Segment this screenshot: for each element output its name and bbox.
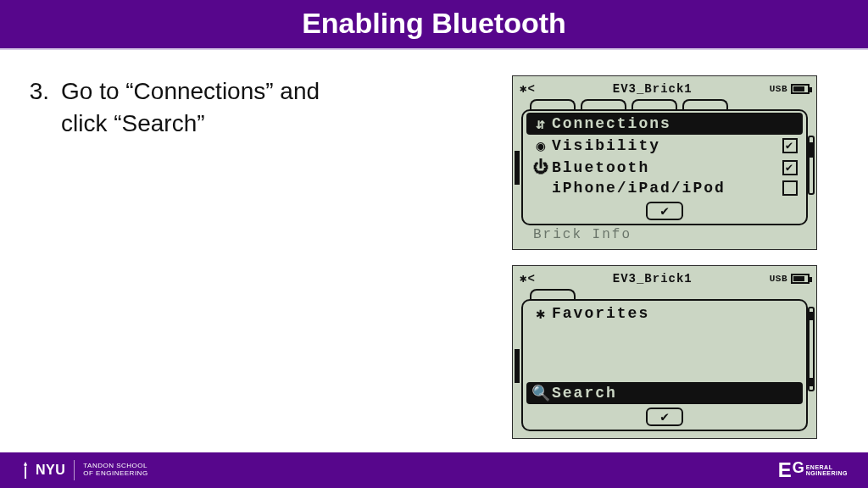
nyu-logo-block: NYU TANDON SCHOOL OF ENGINEERING <box>20 460 148 480</box>
menu-panel: ⇵ Connections ◉ Visibility ✔ ⏻ Bluetooth… <box>521 109 808 225</box>
eg-logo: E G ENERAL NGINEERING <box>778 458 848 482</box>
ok-button[interactable]: ✔ <box>646 408 683 426</box>
divider <box>74 460 75 480</box>
menu-item-iphone[interactable]: iPhone/iPad/iPod <box>526 178 803 198</box>
nyu-school-line2: OF ENGINEERING <box>83 470 147 478</box>
checkbox-checked[interactable]: ✔ <box>782 160 798 175</box>
menu-label: Visibility <box>552 137 782 154</box>
menu-item-favorites[interactable]: ✱ Favorites <box>526 302 803 324</box>
ok-button[interactable]: ✔ <box>646 202 683 220</box>
menu-item-connections[interactable]: ⇵ Connections <box>526 113 803 135</box>
menu-label: Bluetooth <box>552 159 782 176</box>
menu-panel: ✱ Favorites 🔍 Search ✔ <box>521 299 808 431</box>
confirm-row: ✔ <box>526 404 803 426</box>
menu-label: Connections <box>552 115 798 132</box>
step-item: 3. Go to “Connections” and click “Search… <box>25 75 495 140</box>
network-icon: ⇵ <box>531 114 552 133</box>
obscured-menu-item: Brick Info <box>518 227 811 242</box>
ev3-screen-connections: ✱< EV3_Brick1 USB ⇵ Connections <box>512 75 817 250</box>
eg-line1: ENERAL <box>806 464 848 470</box>
side-marker-left <box>515 151 520 185</box>
instruction-column: 3. Go to “Connections” and click “Search… <box>25 75 512 444</box>
ev3-screen-search: ✱< EV3_Brick1 USB ✱ Favorites <box>512 265 817 439</box>
menu-label: Favorites <box>552 305 798 322</box>
menu-item-bluetooth[interactable]: ⏻ Bluetooth ✔ <box>526 157 803 178</box>
checkbox-checked[interactable]: ✔ <box>782 138 798 153</box>
slide: Enabling Bluetooth 3. Go to “Connections… <box>0 0 868 488</box>
battery-icon <box>791 274 810 284</box>
battery-icon <box>791 84 810 94</box>
screenshot-column: ✱< EV3_Brick1 USB ⇵ Connections <box>512 75 851 444</box>
bluetooth-status-icon: ✱< <box>520 81 536 96</box>
eg-subtitle: ENERAL NGINEERING <box>806 464 848 476</box>
usb-label: USB <box>770 274 787 284</box>
nyu-school: TANDON SCHOOL OF ENGINEERING <box>83 463 147 478</box>
nyu-text: NYU <box>36 463 65 478</box>
favorites-list-empty <box>526 324 803 382</box>
checkbox-unchecked[interactable] <box>782 180 798 196</box>
device-name: EV3_Brick1 <box>536 82 770 96</box>
scrollbar <box>808 307 815 391</box>
device-name: EV3_Brick1 <box>536 272 770 286</box>
eye-icon: ◉ <box>531 136 552 155</box>
bluetooth-status-icon: ✱< <box>520 271 536 286</box>
status-bar: ✱< EV3_Brick1 USB <box>518 81 811 99</box>
scrollbar <box>808 136 815 195</box>
confirm-row: ✔ <box>526 198 803 220</box>
slide-body: 3. Go to “Connections” and click “Search… <box>0 50 868 452</box>
power-icon: ⏻ <box>531 158 552 176</box>
side-marker-left <box>515 349 520 383</box>
nyu-logo: NYU <box>20 462 65 479</box>
footer-bar: NYU TANDON SCHOOL OF ENGINEERING E G ENE… <box>0 452 868 488</box>
eg-line2: NGINEERING <box>806 470 848 476</box>
search-icon: 🔍 <box>531 384 552 402</box>
bluetooth-icon: ✱ <box>531 304 552 323</box>
slide-title: Enabling Bluetooth <box>0 0 868 50</box>
eg-letter-g: G <box>793 459 804 477</box>
menu-item-search[interactable]: 🔍 Search <box>526 382 803 404</box>
step-text: Go to “Connections” and click “Search” <box>61 75 366 140</box>
menu-item-visibility[interactable]: ◉ Visibility ✔ <box>526 135 803 157</box>
usb-label: USB <box>770 84 787 94</box>
menu-label: Search <box>552 385 798 402</box>
torch-icon <box>20 462 31 479</box>
eg-letter-e: E <box>778 458 792 482</box>
step-number: 3. <box>25 75 61 140</box>
menu-label: iPhone/iPad/iPod <box>552 180 782 197</box>
status-bar: ✱< EV3_Brick1 USB <box>518 271 811 289</box>
